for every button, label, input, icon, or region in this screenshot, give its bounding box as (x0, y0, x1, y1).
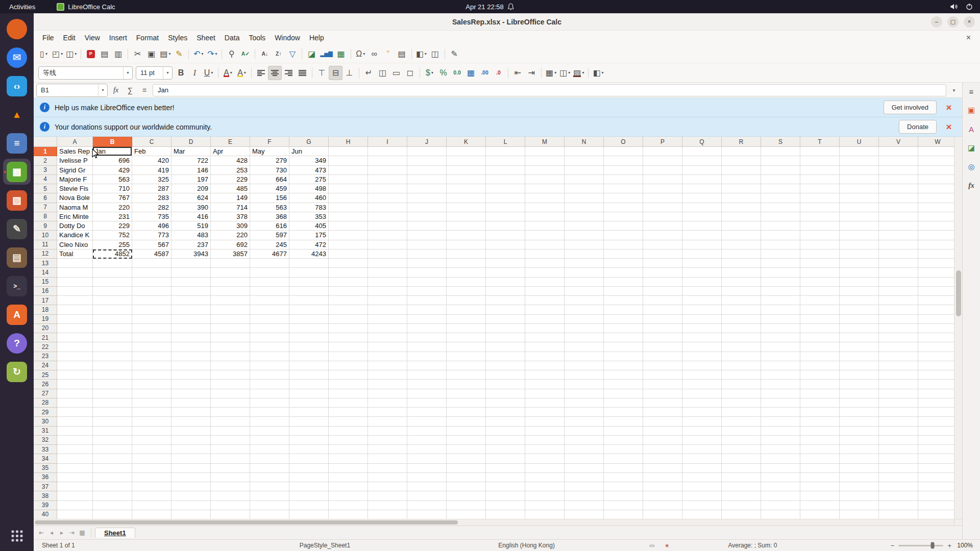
cell-D26[interactable] (172, 380, 211, 389)
cell-V39[interactable] (879, 501, 918, 510)
cell-D9[interactable]: 519 (172, 221, 211, 231)
cell-Q8[interactable] (682, 212, 722, 221)
cell-N19[interactable] (565, 315, 604, 324)
cell-R6[interactable] (722, 193, 761, 203)
formula-input[interactable]: Jan (153, 84, 946, 96)
cell-P39[interactable] (643, 501, 682, 510)
cell-L32[interactable] (486, 436, 525, 445)
cell-K14[interactable] (447, 268, 486, 277)
cell-T40[interactable] (800, 510, 840, 519)
libreoffice-writer-icon[interactable]: ≡ (3, 130, 31, 156)
border-style-button[interactable]: ◫▾ (558, 66, 572, 80)
cell-N36[interactable] (565, 473, 604, 482)
activities-button[interactable]: Activities (5, 3, 39, 11)
cell-B40[interactable] (93, 510, 132, 519)
cell-Q6[interactable] (682, 193, 722, 203)
bold-button[interactable]: B (174, 66, 188, 80)
column-header-J[interactable]: J (407, 137, 447, 147)
cell-P40[interactable] (643, 510, 682, 519)
row-header-10[interactable]: 10 (34, 231, 57, 240)
insert-comment-button[interactable]: “ (381, 47, 395, 61)
cell-E32[interactable] (211, 436, 250, 445)
cell-S9[interactable] (761, 221, 800, 231)
cell-P9[interactable] (643, 221, 682, 231)
row-header-26[interactable]: 26 (34, 380, 57, 389)
cell-I2[interactable] (368, 156, 407, 165)
cell-G34[interactable] (289, 454, 329, 463)
row-header-15[interactable]: 15 (34, 278, 57, 287)
cell-C37[interactable] (132, 482, 172, 491)
cell-S21[interactable] (761, 333, 800, 342)
cell-P34[interactable] (643, 454, 682, 463)
cell-I4[interactable] (368, 175, 407, 184)
cell-W28[interactable] (918, 398, 954, 408)
decrease-indent-button[interactable]: ⇤ (511, 66, 525, 80)
cell-A24[interactable] (57, 361, 93, 370)
files-icon[interactable]: ▤ (3, 244, 31, 270)
cell-E2[interactable]: 428 (211, 156, 250, 165)
cell-B33[interactable] (93, 445, 132, 454)
cell-I6[interactable] (368, 193, 407, 203)
cell-B30[interactable] (93, 417, 132, 426)
cell-I39[interactable] (368, 501, 407, 510)
cell-H36[interactable] (329, 473, 368, 482)
sort-descending-button[interactable]: Z↑ (272, 47, 285, 61)
cell-W21[interactable] (918, 333, 954, 342)
split-window-button[interactable]: ◫ (428, 47, 442, 61)
cell-V23[interactable] (879, 352, 918, 361)
copy-button[interactable]: ▣ (144, 47, 158, 61)
cell-A26[interactable] (57, 380, 93, 389)
cell-F24[interactable] (250, 361, 289, 370)
cell-M26[interactable] (525, 380, 565, 389)
border-color-dropdown-arrow[interactable]: ▾ (582, 70, 584, 75)
cell-K12[interactable] (447, 249, 486, 259)
cell-S13[interactable] (761, 259, 800, 268)
border-style-dropdown-arrow[interactable]: ▾ (568, 70, 570, 75)
clone-formatting-button[interactable]: ✎ (172, 47, 186, 61)
cell-U25[interactable] (840, 370, 879, 380)
cell-P22[interactable] (643, 342, 682, 352)
cell-V20[interactable] (879, 324, 918, 333)
window-title-bar[interactable]: SalesRep.xlsx - LibreOffice Calc – ▢ × (34, 13, 980, 31)
sheet-count[interactable]: Sheet 1 of 1 (42, 542, 75, 549)
cell-K6[interactable] (447, 193, 486, 203)
cell-V11[interactable] (879, 240, 918, 249)
cell-E21[interactable] (211, 333, 250, 342)
cell-O40[interactable] (604, 510, 643, 519)
cell-F12[interactable]: 4677 (250, 249, 289, 259)
special-character-dropdown-arrow[interactable]: ▾ (363, 52, 365, 56)
cell-A3[interactable]: Sigrid Gr (57, 166, 93, 175)
row-header-9[interactable]: 9 (34, 221, 57, 231)
sheet-tab-sheet1[interactable]: Sheet1 (95, 528, 135, 538)
center-vertically-button[interactable]: ⊟ (329, 66, 342, 80)
power-icon[interactable] (966, 3, 973, 10)
cell-W22[interactable] (918, 342, 954, 352)
cell-K23[interactable] (447, 352, 486, 361)
cell-C23[interactable] (132, 352, 172, 361)
cell-G24[interactable] (289, 361, 329, 370)
cell-S20[interactable] (761, 324, 800, 333)
cell-R11[interactable] (722, 240, 761, 249)
cell-D23[interactable] (172, 352, 211, 361)
cell-M9[interactable] (525, 221, 565, 231)
cell-Q4[interactable] (682, 175, 722, 184)
cell-E25[interactable] (211, 370, 250, 380)
cell-R20[interactable] (722, 324, 761, 333)
cell-H18[interactable] (329, 305, 368, 314)
cell-V38[interactable] (879, 491, 918, 500)
cell-W29[interactable] (918, 408, 954, 417)
cell-F22[interactable] (250, 342, 289, 352)
cell-F35[interactable] (250, 464, 289, 473)
cell-M23[interactable] (525, 352, 565, 361)
cell-A2[interactable]: Ivelisse P (57, 156, 93, 165)
cell-H16[interactable] (329, 287, 368, 296)
cell-J20[interactable] (407, 324, 447, 333)
cell-N11[interactable] (565, 240, 604, 249)
autofilter-button[interactable]: ▽ (285, 47, 299, 61)
cell-C18[interactable] (132, 305, 172, 314)
functions-deck-button[interactable]: fx (965, 180, 978, 192)
cell-I34[interactable] (368, 454, 407, 463)
cell-S34[interactable] (761, 454, 800, 463)
cell-K10[interactable] (447, 231, 486, 240)
cell-W15[interactable] (918, 278, 954, 287)
